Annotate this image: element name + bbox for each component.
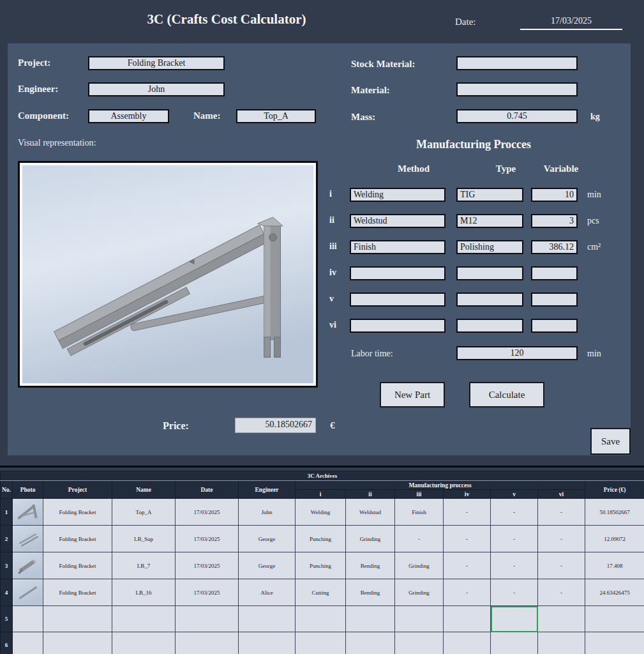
- process-iii-cell[interactable]: Grinding: [395, 579, 444, 606]
- engineer-cell[interactable]: Alice: [239, 579, 296, 606]
- process-variable-input-v[interactable]: [531, 293, 578, 307]
- process-type-input-ii[interactable]: M12: [456, 214, 523, 228]
- process-iii-cell[interactable]: -: [395, 526, 444, 552]
- process-i-cell[interactable]: Welding: [296, 499, 346, 526]
- price-cell[interactable]: 12.09072: [585, 526, 644, 552]
- process-vi-cell[interactable]: -: [538, 499, 585, 526]
- new-part-button[interactable]: New Part: [380, 382, 445, 407]
- photo-cell[interactable]: [13, 579, 43, 606]
- process-iv-cell[interactable]: -: [444, 579, 491, 606]
- process-iii-cell[interactable]: Finish: [395, 499, 444, 526]
- process-iv-cell[interactable]: [444, 606, 491, 632]
- row-number-cell[interactable]: 1: [1, 499, 13, 526]
- photo-cell[interactable]: [13, 606, 43, 632]
- date-cell[interactable]: 17/03/2025: [176, 526, 239, 552]
- selected-cell[interactable]: [491, 606, 538, 632]
- date-cell[interactable]: [176, 606, 239, 632]
- row-number-cell[interactable]: 6: [1, 632, 13, 654]
- process-type-input-i[interactable]: TIG: [456, 188, 523, 202]
- project-cell[interactable]: [43, 632, 112, 654]
- engineer-cell[interactable]: George: [239, 552, 296, 579]
- labor-time-input[interactable]: 120: [456, 346, 578, 360]
- engineer-input[interactable]: John: [88, 82, 225, 96]
- process-ii-cell[interactable]: [346, 632, 395, 654]
- process-variable-input-iii[interactable]: 386.12: [531, 240, 578, 254]
- row-number-cell[interactable]: 3: [1, 552, 13, 579]
- process-variable-input-i[interactable]: 10: [531, 188, 578, 202]
- process-iv-cell[interactable]: -: [444, 526, 491, 552]
- process-v-cell[interactable]: -: [491, 499, 538, 526]
- process-method-input-v[interactable]: [350, 293, 446, 307]
- process-i-cell[interactable]: Cutting: [296, 579, 346, 606]
- engineer-cell[interactable]: [239, 632, 296, 654]
- name-cell[interactable]: Top_A: [112, 499, 176, 526]
- process-iii-cell[interactable]: [395, 632, 444, 654]
- date-value-field[interactable]: 17/03/2025: [520, 16, 622, 30]
- process-ii-cell[interactable]: Bending: [346, 579, 395, 606]
- process-v-cell[interactable]: -: [491, 526, 538, 552]
- process-i-cell[interactable]: Punching: [296, 526, 346, 552]
- process-vi-cell[interactable]: -: [538, 552, 585, 579]
- process-type-input-iii[interactable]: Polishing: [456, 240, 523, 254]
- process-ii-cell[interactable]: Grinding: [346, 526, 395, 552]
- save-button[interactable]: Save: [590, 428, 631, 455]
- price-cell[interactable]: 24.63426475: [585, 579, 644, 606]
- process-v-cell[interactable]: -: [491, 552, 538, 579]
- engineer-cell[interactable]: George: [239, 526, 296, 552]
- process-vi-cell[interactable]: [538, 632, 585, 654]
- date-cell[interactable]: 17/03/2025: [176, 579, 239, 606]
- process-variable-input-vi[interactable]: [531, 319, 578, 333]
- project-cell[interactable]: Folding Bracket: [43, 499, 112, 526]
- process-i-cell[interactable]: [296, 632, 346, 654]
- project-cell[interactable]: Folding Bracket: [43, 579, 112, 606]
- process-i-cell[interactable]: Punching: [296, 552, 346, 579]
- engineer-cell[interactable]: John: [239, 499, 296, 526]
- process-type-input-v[interactable]: [456, 293, 523, 307]
- process-iv-cell[interactable]: -: [444, 552, 491, 579]
- process-method-input-i[interactable]: Welding: [350, 188, 446, 202]
- price-cell[interactable]: [585, 606, 644, 632]
- process-ii-cell[interactable]: [346, 606, 395, 632]
- process-ii-cell[interactable]: Bending: [346, 552, 395, 579]
- name-cell[interactable]: LB_16: [112, 579, 176, 606]
- process-type-input-vi[interactable]: [456, 319, 523, 333]
- name-cell[interactable]: LB_7: [112, 552, 176, 579]
- price-cell[interactable]: 50.18502667: [585, 499, 644, 526]
- mass-input[interactable]: 0.745: [456, 109, 578, 123]
- project-cell[interactable]: Folding Bracket: [43, 526, 112, 552]
- name-cell[interactable]: [112, 606, 176, 632]
- process-vi-cell[interactable]: [538, 606, 585, 632]
- process-iv-cell[interactable]: [444, 632, 491, 654]
- component-input[interactable]: Assembly: [88, 109, 169, 123]
- price-cell[interactable]: [585, 632, 644, 654]
- row-number-cell[interactable]: 4: [1, 579, 13, 606]
- photo-cell[interactable]: [13, 552, 43, 579]
- engineer-cell[interactable]: [239, 606, 296, 632]
- price-value-field[interactable]: 50.18502667: [235, 418, 316, 433]
- project-cell[interactable]: [43, 606, 112, 632]
- project-input[interactable]: Folding Bracket: [88, 56, 225, 70]
- date-cell[interactable]: [176, 632, 239, 654]
- stock-material-input[interactable]: [456, 56, 578, 70]
- name-input[interactable]: Top_A: [236, 109, 316, 123]
- process-ii-cell[interactable]: Weldstud: [346, 499, 395, 526]
- process-v-cell[interactable]: -: [491, 579, 538, 606]
- process-type-input-iv[interactable]: [456, 266, 523, 280]
- material-input[interactable]: [456, 82, 578, 96]
- process-method-input-iii[interactable]: Finish: [350, 240, 446, 254]
- photo-cell[interactable]: [13, 499, 43, 526]
- photo-cell[interactable]: [13, 632, 43, 654]
- process-vi-cell[interactable]: -: [538, 526, 585, 552]
- project-cell[interactable]: Folding Bracket: [43, 552, 112, 579]
- row-number-cell[interactable]: 2: [1, 526, 13, 552]
- name-cell[interactable]: LB_Sup: [112, 526, 176, 552]
- process-iv-cell[interactable]: -: [444, 499, 491, 526]
- row-number-cell[interactable]: 5: [1, 606, 13, 632]
- process-method-input-iv[interactable]: [350, 266, 446, 280]
- price-cell[interactable]: 17.408: [585, 552, 644, 579]
- process-variable-input-iv[interactable]: [531, 266, 578, 280]
- name-cell[interactable]: [112, 632, 176, 654]
- date-cell[interactable]: 17/03/2025: [176, 499, 239, 526]
- date-cell[interactable]: 17/03/2025: [176, 552, 239, 579]
- process-method-input-ii[interactable]: Weldstud: [350, 214, 446, 228]
